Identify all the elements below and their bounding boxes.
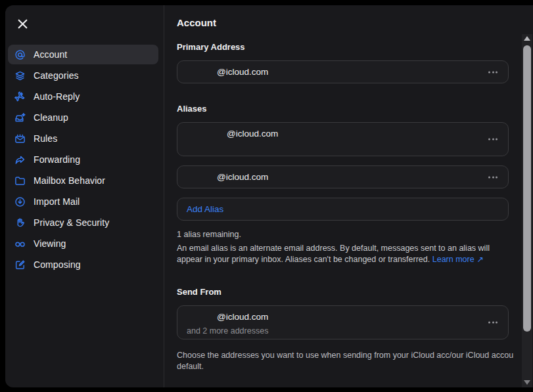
import-circle-icon: [14, 196, 26, 207]
sidebar-item-label: Privacy & Security: [34, 217, 109, 228]
sidebar-item-auto-reply[interactable]: Auto-Reply: [8, 87, 158, 106]
sidebar-item-rules[interactable]: Rules: [8, 129, 158, 148]
primary-address-value: @icloud.com: [217, 67, 268, 77]
sidebar-item-label: Cleanup: [34, 112, 68, 123]
add-alias-button[interactable]: Add Alias: [177, 198, 509, 221]
sidebar-item-label: Account: [34, 49, 67, 60]
page-title: Account: [177, 17, 533, 28]
hand-icon: [14, 217, 26, 229]
sidebar-item-privacy-security[interactable]: Privacy & Security: [8, 213, 158, 232]
alias-value: @icloud.com: [217, 172, 268, 182]
sidebar-item-label: Categories: [34, 70, 79, 81]
envelope-rules-icon: [14, 133, 26, 144]
scrollbar[interactable]: [522, 34, 532, 387]
send-from-more-addresses: and 2 more addresses: [187, 326, 508, 336]
sidebar-nav: Account Categories Auto-Reply Cleanup: [5, 38, 164, 274]
alias-row: @icloud.com: [177, 122, 509, 156]
at-icon: [14, 49, 26, 60]
primary-address-field: @icloud.com: [177, 60, 509, 83]
glasses-icon: [14, 238, 26, 250]
close-icon: [17, 18, 28, 30]
settings-modal: Account Categories Auto-Reply Cleanup: [5, 5, 533, 387]
layers-icon: [14, 70, 26, 81]
send-from-value: @icloud.com: [217, 312, 268, 322]
sidebar-item-label: Viewing: [34, 238, 66, 249]
alias-remaining-text: 1 alias remaining.: [177, 230, 533, 239]
primary-address-menu-button[interactable]: [487, 68, 499, 76]
sidebar-item-label: Forwarding: [34, 154, 80, 165]
airplane-icon: [14, 91, 26, 102]
learn-more-link[interactable]: Learn more: [432, 255, 475, 264]
sidebar-item-account[interactable]: Account: [8, 45, 158, 64]
send-from-description-line2: default.: [177, 361, 515, 372]
account-settings-panel: Account Primary Address @icloud.com Alia…: [164, 5, 533, 387]
forward-arrow-icon: [14, 154, 26, 165]
primary-address-heading: Primary Address: [177, 42, 533, 52]
sidebar-item-mailbox-behavior[interactable]: Mailbox Behavior: [8, 171, 158, 190]
sidebar-item-label: Import Mail: [34, 196, 80, 207]
inbox-sparkle-icon: [14, 112, 26, 123]
alias-description: An email alias is an alternate email add…: [177, 243, 509, 265]
sidebar-item-composing[interactable]: Composing: [8, 255, 158, 274]
aliases-heading: Aliases: [177, 104, 533, 114]
scrollbar-thumb[interactable]: [523, 45, 531, 332]
alias-value: @icloud.com: [227, 129, 278, 139]
sidebar-item-categories[interactable]: Categories: [8, 66, 158, 85]
settings-sidebar: Account Categories Auto-Reply Cleanup: [5, 5, 164, 387]
sidebar-item-label: Composing: [34, 259, 81, 270]
scroll-down-arrow-icon[interactable]: [524, 380, 530, 385]
sidebar-item-label: Auto-Reply: [34, 91, 80, 102]
sidebar-item-import-mail[interactable]: Import Mail: [8, 192, 158, 211]
sidebar-item-viewing[interactable]: Viewing: [8, 234, 158, 253]
sidebar-item-label: Mailbox Behavior: [34, 175, 105, 186]
folder-icon: [14, 175, 26, 186]
sidebar-item-label: Rules: [34, 133, 57, 144]
compose-icon: [14, 259, 26, 271]
sidebar-item-cleanup[interactable]: Cleanup: [8, 108, 158, 127]
send-from-description-line1: Choose the addresses you want to use whe…: [177, 350, 515, 361]
alias-row: @icloud.com: [177, 165, 509, 188]
alias-menu-button[interactable]: [487, 173, 499, 181]
close-button[interactable]: [13, 14, 32, 33]
send-from-field: @icloud.com and 2 more addresses: [177, 305, 509, 339]
send-from-menu-button[interactable]: [487, 319, 499, 326]
alias-menu-button[interactable]: [487, 136, 499, 143]
external-link-arrow-icon[interactable]: ↗: [476, 255, 483, 264]
sidebar-item-forwarding[interactable]: Forwarding: [8, 150, 158, 169]
send-from-heading: Send From: [177, 287, 533, 297]
scroll-up-arrow-icon[interactable]: [524, 36, 530, 41]
